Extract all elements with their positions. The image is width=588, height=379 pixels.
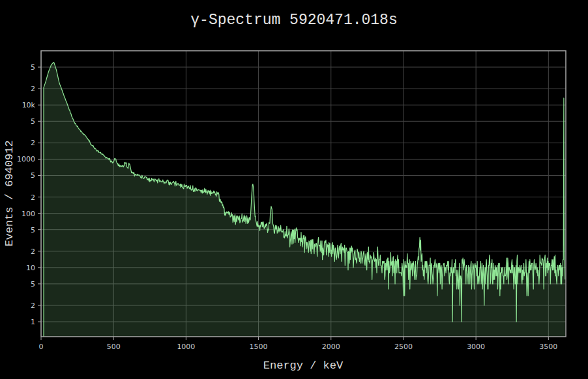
y-tick-label: 1 xyxy=(31,318,35,326)
y-tick-label: 2 xyxy=(31,85,35,93)
x-tick-label: 1500 xyxy=(250,343,268,351)
x-tick-label: 1000 xyxy=(177,343,195,351)
x-tick-label: 3000 xyxy=(467,343,485,351)
chart-title: γ-Spectrum 5920471.018s xyxy=(190,12,397,29)
x-tick-label: 3500 xyxy=(539,343,557,351)
x-tick-label: 0 xyxy=(39,343,44,351)
y-tick-label: 5 xyxy=(31,63,35,72)
y-tick-label: 10 xyxy=(26,264,35,272)
x-tick-label: 2000 xyxy=(322,343,340,351)
y-tick-label: 5 xyxy=(31,280,35,288)
y-tick-label: 5 xyxy=(31,117,35,126)
spectrum-app-window: γ-Spectrum 5920471.018s 1251025100251000… xyxy=(0,0,588,379)
x-axis-title: Energy / keV xyxy=(263,359,343,372)
y-tick-label: 5 xyxy=(31,226,35,234)
y-tick-label: 2 xyxy=(31,193,35,202)
y-axis-title: Events / 6940912 xyxy=(3,140,16,246)
y-tick-label: 2 xyxy=(31,139,35,147)
y-tick-label: 5 xyxy=(31,171,35,180)
y-tick-label: 2 xyxy=(31,302,35,310)
spectrum-area-fill xyxy=(44,63,565,337)
y-tick-label: 10k xyxy=(22,101,36,109)
spectrum-chart[interactable]: 12510251002510002510k2505001000150020002… xyxy=(0,0,588,379)
y-tick-label: 2 xyxy=(31,247,35,256)
y-tick-label: 100 xyxy=(22,210,35,218)
x-tick-label: 500 xyxy=(107,343,121,351)
y-tick-label: 1000 xyxy=(17,155,35,163)
x-tick-label: 2500 xyxy=(394,343,413,351)
